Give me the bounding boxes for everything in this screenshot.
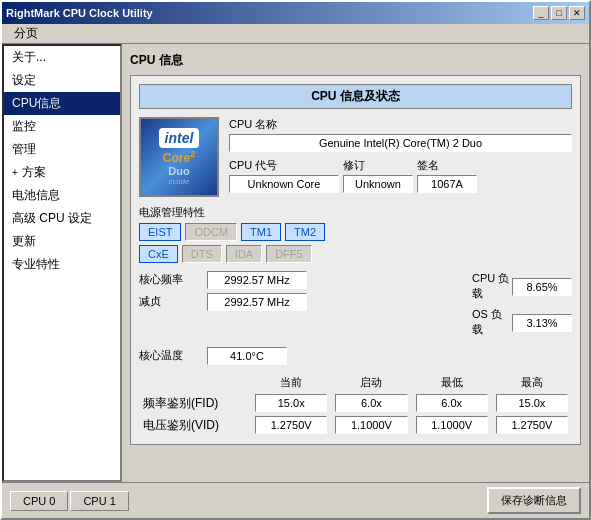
vid-min: 1.1000V: [416, 416, 488, 434]
cpu-load-value: 8.65%: [512, 278, 572, 296]
badge-row-1: EIST ODCM TM1 TM2: [139, 223, 572, 241]
badge-row-2: CxE DTS IDA DFF5: [139, 245, 572, 263]
col-current-header: 当前: [251, 373, 331, 392]
power-label: 电源管理特性: [139, 205, 572, 220]
cpu-codes-row: CPU 代号 Unknown Core 修订 Unknown 签名 1067A: [229, 158, 572, 193]
sidebar-item-pro[interactable]: 专业特性: [4, 253, 120, 276]
vid-label: 电压鉴别(VID): [143, 418, 219, 432]
content-area: 关于... 设定 CPU信息 监控 管理 +方案 电池信息 高级 CPU 设定 …: [2, 44, 589, 482]
temp-section: 核心温度 41.0°C: [139, 347, 572, 365]
cpu1-tab[interactable]: CPU 1: [70, 491, 128, 511]
sidebar-item-update[interactable]: 更新: [4, 230, 120, 253]
minimize-button[interactable]: _: [533, 6, 549, 20]
cpu-name-row: CPU 名称 Genuine Intel(R) Core(TM) 2 Duo: [229, 117, 572, 152]
revision-label: 修订: [343, 158, 413, 173]
fid-min: 6.0x: [416, 394, 488, 412]
sidebar-item-monitor[interactable]: 监控: [4, 115, 120, 138]
panel-header: CPU 信息及状态: [139, 84, 572, 109]
col-max-header: 最高: [492, 373, 572, 392]
sidebar-item-plan[interactable]: +方案: [4, 161, 120, 184]
revision-group: 修订 Unknown: [343, 158, 413, 193]
core2-brand: Core2: [163, 150, 195, 165]
badge-ida: IDA: [226, 245, 262, 263]
title-bar: RightMark CPU Clock Utility _ □ ✕: [2, 2, 589, 24]
badge-cxe: CxE: [139, 245, 178, 263]
badge-dff5: DFF5: [266, 245, 312, 263]
close-button[interactable]: ✕: [569, 6, 585, 20]
save-diagnostics-button[interactable]: 保存诊断信息: [487, 487, 581, 514]
vid-max: 1.2750V: [496, 416, 568, 434]
badge-tm1: TM1: [241, 223, 281, 241]
core-freq-label: 核心频率: [139, 272, 199, 287]
vid-current: 1.2750V: [255, 416, 327, 434]
temp-label: 核心温度: [139, 348, 199, 363]
reduction-value: 2992.57 MHz: [207, 293, 307, 311]
sidebar-item-battery[interactable]: 电池信息: [4, 184, 120, 207]
fid-start: 6.0x: [335, 394, 407, 412]
info-panel: CPU 信息及状态 intel Core2 Duo inside: [130, 75, 581, 445]
badge-tm2: TM2: [285, 223, 325, 241]
cpu-logo: intel Core2 Duo inside: [139, 117, 219, 197]
cpu-code-group: CPU 代号 Unknown Core: [229, 158, 339, 193]
menu-bar: 分页: [2, 24, 589, 44]
expand-icon: +: [12, 167, 18, 178]
os-load-value: 3.13%: [512, 314, 572, 332]
cpu-info-right: CPU 名称 Genuine Intel(R) Core(TM) 2 Duo C…: [229, 117, 572, 197]
badge-odcm: ODCM: [185, 223, 237, 241]
sidebar-item-settings[interactable]: 设定: [4, 69, 120, 92]
load-group: CPU 负载 8.65% OS 负载 3.13%: [472, 271, 572, 339]
power-section: 电源管理特性 EIST ODCM TM1 TM2 CxE DTS IDA DFF…: [139, 205, 572, 263]
col-min-header: 最低: [412, 373, 492, 392]
fid-vid-table: 当前 启动 最低 最高 频率鉴别(FID) 15.0x 6.0x: [139, 373, 572, 436]
cpu-name-label: CPU 名称: [229, 117, 572, 132]
section-title: CPU 信息: [130, 52, 581, 69]
freq-section: 核心频率 2992.57 MHz 减贞 2992.57 MHz CPU 负载 8…: [139, 271, 572, 339]
menu-item-fenye[interactable]: 分页: [6, 23, 46, 44]
window-controls: _ □ ✕: [533, 6, 585, 20]
sidebar: 关于... 设定 CPU信息 监控 管理 +方案 电池信息 高级 CPU 设定 …: [2, 44, 122, 482]
cpu0-tab[interactable]: CPU 0: [10, 491, 68, 511]
sidebar-item-manage[interactable]: 管理: [4, 138, 120, 161]
cpu-tabs: CPU 0 CPU 1: [10, 491, 129, 511]
main-window: RightMark CPU Clock Utility _ □ ✕ 分页 关于.…: [0, 0, 591, 520]
freq-group: 核心频率 2992.57 MHz 减贞 2992.57 MHz: [139, 271, 456, 339]
duo-brand: Duo: [168, 165, 189, 177]
os-load-label: OS 负载: [472, 307, 512, 337]
badge-dts: DTS: [182, 245, 222, 263]
cpu-top-section: intel Core2 Duo inside CPU 名称 Genuine In…: [139, 117, 572, 197]
sidebar-item-advanced-cpu[interactable]: 高级 CPU 设定: [4, 207, 120, 230]
cpu-code-label: CPU 代号: [229, 158, 339, 173]
window-title: RightMark CPU Clock Utility: [6, 7, 153, 19]
intel-brand: intel: [165, 130, 194, 146]
col-empty: [139, 373, 251, 392]
fid-row: 频率鉴别(FID) 15.0x 6.0x 6.0x 15.0x: [139, 392, 572, 414]
temp-value: 41.0°C: [207, 347, 287, 365]
cpu-name-value: Genuine Intel(R) Core(TM) 2 Duo: [229, 134, 572, 152]
main-panel: CPU 信息 CPU 信息及状态 intel Core2 Duo inside: [122, 44, 589, 482]
core-freq-value: 2992.57 MHz: [207, 271, 307, 289]
cpu-code-value: Unknown Core: [229, 175, 339, 193]
fid-current: 15.0x: [255, 394, 327, 412]
signature-group: 签名 1067A: [417, 158, 477, 193]
revision-value: Unknown: [343, 175, 413, 193]
col-start-header: 启动: [331, 373, 411, 392]
signature-value: 1067A: [417, 175, 477, 193]
fid-max: 15.0x: [496, 394, 568, 412]
reduction-label: 减贞: [139, 294, 199, 309]
vid-row: 电压鉴别(VID) 1.2750V 1.1000V 1.1000V 1.2750…: [139, 414, 572, 436]
sidebar-item-cpu-info[interactable]: CPU信息: [4, 92, 120, 115]
vid-start: 1.1000V: [335, 416, 407, 434]
cpu-load-label: CPU 负载: [472, 271, 512, 301]
signature-label: 签名: [417, 158, 477, 173]
sidebar-item-about[interactable]: 关于...: [4, 46, 120, 69]
maximize-button[interactable]: □: [551, 6, 567, 20]
bottom-bar: CPU 0 CPU 1 保存诊断信息: [2, 482, 589, 518]
fid-label: 频率鉴别(FID): [143, 396, 218, 410]
inside-brand: inside: [169, 177, 190, 186]
badge-eist: EIST: [139, 223, 181, 241]
